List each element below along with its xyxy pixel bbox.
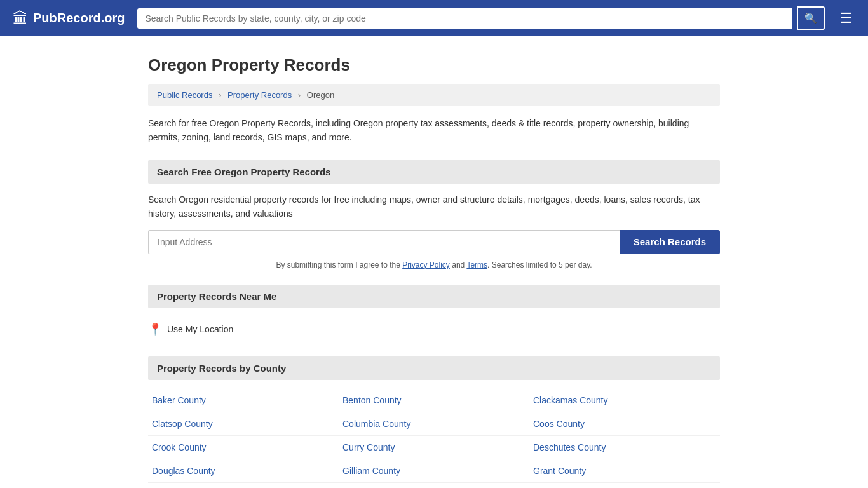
- county-list-item: Clatsop County: [148, 412, 339, 436]
- county-list-item: Baker County: [148, 389, 339, 412]
- county-link[interactable]: Benton County: [342, 395, 402, 405]
- county-link[interactable]: Coos County: [533, 419, 585, 429]
- logo-text: PubRecord.org: [33, 11, 125, 25]
- search-section: Search Free Oregon Property Records Sear…: [148, 160, 720, 269]
- search-section-description: Search Oregon residential property recor…: [148, 193, 720, 221]
- search-records-button[interactable]: Search Records: [620, 230, 720, 254]
- breadcrumb-sep-2: ›: [298, 90, 301, 100]
- logo-link[interactable]: 🏛 PubRecord.org: [13, 10, 125, 27]
- header-search-wrapper: 🔍: [137, 6, 825, 30]
- county-link[interactable]: Clatsop County: [152, 419, 213, 429]
- county-list-item: Harney County: [148, 483, 339, 488]
- location-pin-icon: 📍: [148, 322, 162, 336]
- use-my-location-button[interactable]: 📍 Use My Location: [148, 317, 720, 341]
- page-title: Oregon Property Records: [148, 55, 720, 75]
- breadcrumb-public-records[interactable]: Public Records: [157, 90, 212, 100]
- limit-text: . Searches limited to 5 per day.: [487, 261, 592, 269]
- privacy-policy-link[interactable]: Privacy Policy: [402, 261, 450, 269]
- county-link[interactable]: Curry County: [342, 442, 395, 452]
- location-section-header: Property Records Near Me: [148, 285, 720, 308]
- breadcrumb-property-records[interactable]: Property Records: [227, 90, 292, 100]
- county-link[interactable]: Deschutes County: [533, 442, 606, 452]
- county-list-item: Hood River County: [339, 483, 529, 488]
- location-section: Property Records Near Me 📍 Use My Locati…: [148, 285, 720, 341]
- county-link[interactable]: Gilliam County: [342, 466, 400, 476]
- county-grid: Baker CountyBenton CountyClackamas Count…: [148, 389, 720, 488]
- and-word: and: [452, 261, 465, 269]
- county-section-header: Property Records by County: [148, 356, 720, 380]
- breadcrumb: Public Records › Property Records › Oreg…: [148, 84, 720, 106]
- county-link[interactable]: Baker County: [152, 395, 206, 405]
- county-list-item: Curry County: [339, 436, 529, 459]
- search-icon: 🔍: [804, 13, 817, 24]
- county-link[interactable]: Grant County: [533, 466, 586, 476]
- county-list-item: Douglas County: [148, 459, 339, 483]
- county-link[interactable]: Clackamas County: [533, 395, 608, 405]
- notice-text: By submitting this form I agree to the: [276, 261, 400, 269]
- form-notice: By submitting this form I agree to the P…: [148, 261, 720, 269]
- hamburger-icon: ☰: [840, 10, 853, 26]
- county-list-item: Deschutes County: [529, 436, 720, 459]
- county-list-item: Benton County: [339, 389, 529, 412]
- county-list-item: Clackamas County: [529, 389, 720, 412]
- page-description: Search for free Oregon Property Records,…: [148, 116, 720, 145]
- site-header: 🏛 PubRecord.org 🔍 ☰: [0, 0, 868, 36]
- county-link[interactable]: Douglas County: [152, 466, 215, 476]
- header-search-input[interactable]: [137, 8, 792, 29]
- use-location-label: Use My Location: [167, 324, 233, 334]
- county-list-item: Crook County: [148, 436, 339, 459]
- address-input[interactable]: [148, 230, 620, 254]
- county-link[interactable]: Columbia County: [342, 419, 410, 429]
- building-icon: 🏛: [13, 10, 28, 27]
- header-search-button[interactable]: 🔍: [797, 6, 825, 30]
- county-list-item: Jackson County: [529, 483, 720, 488]
- main-content: Oregon Property Records Public Records ›…: [135, 55, 733, 488]
- county-list-item: Columbia County: [339, 412, 529, 436]
- county-section: Property Records by County Baker CountyB…: [148, 356, 720, 488]
- address-search-row: Search Records: [148, 230, 720, 254]
- county-list-item: Coos County: [529, 412, 720, 436]
- county-list-item: Grant County: [529, 459, 720, 483]
- breadcrumb-sep-1: ›: [219, 90, 221, 100]
- breadcrumb-current: Oregon: [307, 90, 334, 100]
- county-list-item: Gilliam County: [339, 459, 529, 483]
- county-link[interactable]: Crook County: [152, 442, 207, 452]
- search-section-header: Search Free Oregon Property Records: [148, 160, 720, 184]
- terms-link[interactable]: Terms: [466, 261, 487, 269]
- hamburger-menu-button[interactable]: ☰: [837, 8, 855, 29]
